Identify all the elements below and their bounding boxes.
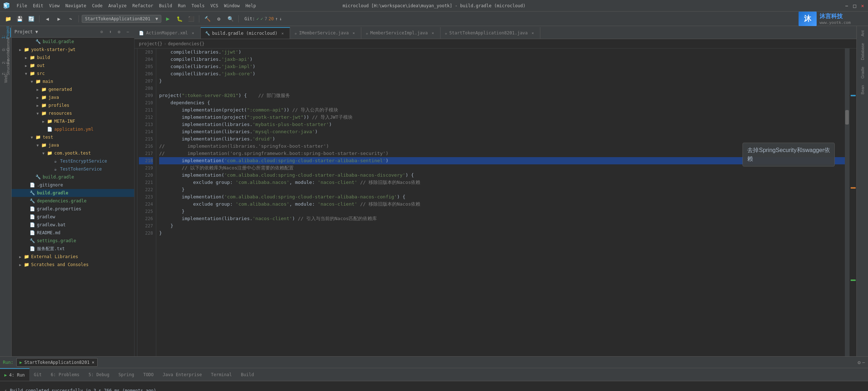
scroll-thumb[interactable] [845,110,849,125]
menu-item-analyze[interactable]: Analyze [105,2,129,10]
minimize-button[interactable]: − [844,3,849,8]
maximize-button[interactable]: □ [852,3,857,8]
run-button[interactable]: ▶ [163,14,173,24]
tree-item-build-folder[interactable]: ▶📁build [12,54,134,62]
menu-item-vcs[interactable]: VCS [208,2,221,10]
tab-close-button[interactable]: × [430,30,436,36]
locate-icon[interactable]: ⊙ [98,28,105,35]
menu-item-navigate[interactable]: Navigate [63,2,89,10]
run-tab-close[interactable]: × [92,360,94,365]
tree-item-test-folder[interactable]: ▼📁test [12,133,134,141]
tree-item-yootk-starter-jwt[interactable]: ▶📁yootk-starter-jwt [12,46,134,54]
tree-item-gitignore[interactable]: 📄.gitignore [12,181,134,189]
tab-ActionMapper[interactable]: 📄ActionMapper.xml× [135,27,201,39]
collapse-icon[interactable]: ⬆ [107,28,114,35]
bottom-tab-java-enterprise[interactable]: Java Enterprise [158,368,207,381]
tree-item-build-gradle-active[interactable]: 🔧build.gradle [12,189,134,197]
forward-button[interactable]: ▶ [54,14,64,24]
build-button[interactable]: 🔨 [202,14,212,24]
tab-StartTokenApp[interactable]: ☕StartTokenApplication8201.java× [441,27,540,39]
tree-item-gradlew[interactable]: 📄gradlew [12,213,134,221]
save-button[interactable]: 💾 [14,14,25,24]
menu-item-refactor[interactable]: Refactor [129,2,156,10]
sidebar-item-web[interactable]: Web [1,74,11,84]
menu-item-code[interactable]: Code [89,2,106,10]
tree-item-scratches[interactable]: ▶📁Scratches and Consoles [12,261,134,269]
tree-item-external-libraries[interactable]: ▶📁External Libraries [12,253,134,261]
gear-icon[interactable]: ⚙ [115,28,123,35]
tab-close-button[interactable]: × [280,30,285,36]
run-settings-icon[interactable]: ⚙ [858,360,860,365]
bottom-tab-run[interactable]: ▶4: Run [0,368,30,381]
tree-item-build-gradle-root[interactable]: 🔧build.gradle [12,38,134,46]
bottom-tab-todo[interactable]: TODO [139,368,158,381]
tree-item-out-folder[interactable]: ▶📁out [12,62,134,70]
sync-button[interactable]: 🔄 [26,14,36,24]
open-file-button[interactable]: 📁 [3,14,13,24]
menu-item-view[interactable]: View [46,2,63,10]
bottom-tab-spring[interactable]: Spring [114,368,139,381]
menu-item-run[interactable]: Run [175,2,189,10]
menu-item-window[interactable]: Window [221,2,242,10]
tree-item-gradlew-bat[interactable]: 📄gradlew.bat [12,221,134,229]
tab-MemberServiceImpl[interactable]: ☕MemberServiceImpl.java× [361,27,441,39]
tree-item-service-config[interactable]: 📄服务配置.txt [12,245,134,253]
scroll-track[interactable] [845,49,849,356]
tree-item-settings-gradle[interactable]: 🔧settings.gradle [12,237,134,245]
tab-close-button[interactable]: × [351,30,357,36]
settings-button[interactable]: ⚙ [214,14,224,24]
menu-item-help[interactable]: Help [243,2,259,10]
menu-item-build[interactable]: Build [156,2,175,10]
code-token: 'org.springframework.boot:spring-boot-st… [230,150,386,157]
run-config-tab[interactable]: ▶ StartTokenApplication8201 × [16,358,98,367]
tab-build-gradle-tab[interactable]: 🔧build.gradle (microcloud)× [201,27,290,39]
tree-item-TestTokenService[interactable]: ☕TestTokenService [12,165,134,173]
recent-button[interactable]: ↷ [65,14,76,24]
bean-icon[interactable]: Bean [860,82,865,97]
run-minimize-icon[interactable]: − [862,360,865,365]
tree-item-meta-inf[interactable]: ▶📁META-INF [12,117,134,125]
menu-item-edit[interactable]: Edit [30,2,46,10]
tree-item-src-folder[interactable]: ▼📁src [12,70,134,77]
tree-item-com-yootk-test[interactable]: ▼📁com.yootk.test [12,149,134,157]
code-line-224: exclude group: 'com.alibaba.nacos', modu… [159,201,845,208]
tree-item-TestEncryptService[interactable]: ☕TestEncryptService [12,157,134,165]
search-button[interactable]: 🔍 [225,14,235,24]
run-config-selector[interactable]: StartTokenApplication8201 ▼ [82,15,161,23]
bottom-tab-problems[interactable]: 6: Problems [46,368,84,381]
tree-item-java-test[interactable]: ▼📁java [12,141,134,149]
tree-item-java-folder[interactable]: ▶📁java [12,93,134,101]
gutter-mark-1 [851,95,856,96]
code-content[interactable]: compile(libraries.'jjwt') compile(librar… [156,49,845,356]
close-button[interactable]: × [860,3,865,8]
bottom-tab-debug[interactable]: 5: Debug [84,368,114,381]
tree-item-readme-md[interactable]: 📄README.md [12,229,134,237]
debug-button[interactable]: 🐛 [174,14,184,24]
back-button[interactable]: ◀ [42,14,52,24]
tree-item-profiles-folder[interactable]: ▶📁profiles [12,101,134,109]
stop-button[interactable]: ⬛ [186,14,196,24]
bottom-tab-terminal[interactable]: Terminal [207,368,237,381]
menu-item-file[interactable]: File [14,2,30,10]
tree-item-application-yml[interactable]: 📄application.yml [12,125,134,133]
tab-IMemberService[interactable]: ☕IMemberService.java× [290,27,361,39]
tree-item-resources-folder[interactable]: ▼📁resources [12,109,134,117]
menu-item-tools[interactable]: Tools [189,2,208,10]
ant-icon[interactable]: Ant [860,28,865,39]
tree-arrow-icon: ▶ [17,46,23,54]
run-bar-controls: ⚙ − [858,360,865,365]
tab-close-button[interactable]: × [530,30,536,36]
bottom-tab-build-tab[interactable]: Build [237,368,259,381]
tree-item-build-gradle-jwt[interactable]: 🔧build.gradle [12,173,134,181]
tree-item-dependencies-gradle[interactable]: 🔧dependencies.gradle [12,197,134,205]
sidebar-item-structure[interactable]: Z: Structure [1,62,11,72]
tree-item-main-folder[interactable]: ▼📁main [12,77,134,85]
gradle-icon[interactable]: Gradle [860,64,865,81]
tree-item-generated[interactable]: ▶📁generated [12,85,134,93]
sidebar-item-project[interactable]: 1: Project [1,28,11,38]
minimize-panel-icon[interactable]: − [124,28,131,35]
bottom-tab-git[interactable]: Git [30,368,47,381]
database-icon[interactable]: Database [860,40,865,63]
tab-close-button[interactable]: × [190,30,196,36]
tree-item-gradle-properties[interactable]: 📄gradle.properties [12,205,134,213]
